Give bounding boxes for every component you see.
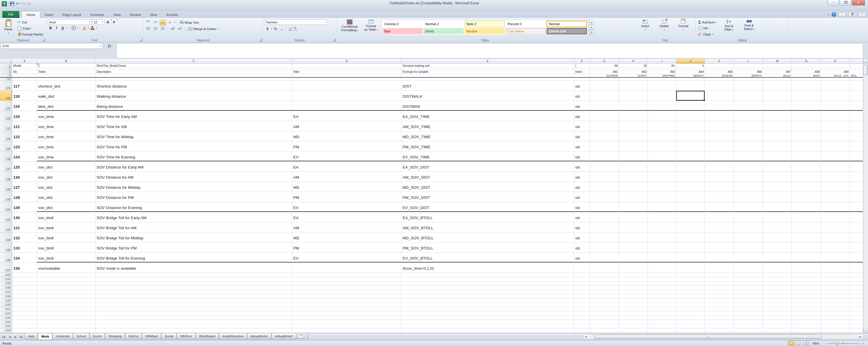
name-box[interactable]: J130▾ [1, 43, 103, 49]
cell-E146[interactable]: EV_SOV_BTOLL [401, 253, 574, 263]
style-normal[interactable]: Normal [547, 21, 587, 27]
cell-B1235[interactable] [37, 282, 95, 286]
cell-N147[interactable] [792, 263, 821, 273]
cell-M136[interactable] [763, 152, 792, 162]
cell-M1246[interactable] [763, 328, 792, 333]
cell-K12[interactable] [705, 78, 734, 81]
column-header-K[interactable]: K [705, 59, 734, 64]
row-header-1233[interactable]: 1233 [0, 273, 12, 277]
cell-L145[interactable] [734, 243, 763, 253]
cell-P1243[interactable] [850, 316, 863, 320]
cell-G1245[interactable] [590, 324, 619, 329]
sheet-tab-OthMaint[interactable]: OthMaint [142, 333, 161, 339]
cell-M133[interactable] [763, 121, 792, 131]
cell-M137[interactable] [763, 162, 792, 172]
cell-C1236[interactable] [95, 286, 292, 290]
cell-H1238[interactable] [619, 294, 648, 298]
cell-N142[interactable] [792, 212, 821, 222]
cell-F1239[interactable] [574, 298, 590, 303]
cell-I132[interactable] [648, 111, 676, 121]
cell-I1235[interactable] [648, 282, 676, 286]
cell-C1240[interactable] [95, 303, 292, 307]
cell-B1239[interactable] [37, 298, 95, 303]
cell-J142[interactable] [676, 212, 705, 222]
cell-K1235[interactable] [705, 282, 734, 286]
cell-E1243[interactable] [401, 316, 574, 320]
cell-K1238[interactable] [705, 294, 734, 298]
cell-H1236[interactable] [619, 286, 648, 290]
cell-E138[interactable]: AM_SOV_DIST [401, 172, 574, 182]
cell-P1234[interactable] [850, 277, 863, 282]
cell-C1[interactable]: WorkTrip_ModeChoice [95, 64, 292, 68]
cell-A144[interactable]: 132 [12, 232, 37, 243]
cell-J137[interactable] [676, 162, 705, 172]
sheet-tab-modelStructure[interactable]: modelStructure [219, 333, 247, 339]
cell-B1246[interactable] [37, 328, 95, 333]
cell-I131[interactable] [648, 101, 676, 111]
vertical-scrollbar[interactable]: ▲ ▼ [863, 59, 868, 333]
cell-P137[interactable] [850, 162, 863, 172]
orientation-button[interactable]: ab [167, 20, 173, 26]
cell-F1240[interactable] [574, 303, 590, 307]
row-header-4[interactable]: 4 [0, 74, 12, 77]
tab-file[interactable]: File [2, 11, 20, 18]
cell-A1243[interactable] [12, 316, 37, 320]
cell-K139[interactable] [705, 182, 734, 192]
cell-A1240[interactable] [12, 303, 37, 307]
cell-P145[interactable] [850, 243, 863, 253]
cut-button[interactable]: ✂Cut [17, 19, 44, 25]
row-header-1244[interactable]: 1244 [0, 320, 12, 324]
cell-E1245[interactable] [401, 324, 574, 329]
cell-K144[interactable] [705, 232, 734, 243]
style-good[interactable]: Good [424, 28, 464, 34]
cell-K1243[interactable] [705, 316, 734, 320]
style-note-2[interactable]: Note 2 [465, 21, 505, 27]
tab-data[interactable]: Data [109, 11, 125, 18]
cell-E1234[interactable] [401, 277, 574, 282]
cell-D144[interactable]: MD [292, 232, 401, 243]
cell-N1234[interactable] [792, 277, 821, 282]
cell-D12[interactable] [292, 78, 401, 81]
cell-K137[interactable] [705, 162, 734, 172]
cell-N1235[interactable] [792, 282, 821, 286]
prev-sheet-icon[interactable]: ◀ [7, 334, 12, 339]
tab-insert[interactable]: Insert [40, 11, 58, 18]
cell-G1244[interactable] [590, 320, 619, 324]
cell-M1244[interactable] [763, 320, 792, 324]
first-sheet-icon[interactable]: ◀ [1, 334, 7, 339]
format-painter-button[interactable]: Format Painter [17, 31, 44, 37]
cell-M1245[interactable] [763, 324, 792, 329]
row-header-138[interactable]: 138 [0, 172, 12, 182]
cell-H134[interactable] [619, 131, 648, 141]
cell-M143[interactable] [763, 222, 792, 232]
cell-O1238[interactable] [821, 294, 850, 298]
cell-G145[interactable] [590, 243, 619, 253]
cell-K1244[interactable] [705, 320, 734, 324]
cell-P138[interactable] [850, 172, 863, 182]
sheet-tab-EatOut[interactable]: EatOut [125, 333, 142, 339]
cell-C144[interactable]: SOV Bridge Toll for Midday [95, 232, 292, 243]
cell-L129[interactable] [734, 81, 763, 91]
cell-J130[interactable] [676, 91, 705, 101]
cell-B141[interactable]: sov_dist [37, 202, 95, 212]
cell-L1239[interactable] [734, 298, 763, 303]
cell-H140[interactable] [619, 192, 648, 202]
cell-N137[interactable] [792, 162, 821, 172]
cell-D1245[interactable] [292, 324, 401, 329]
cell-D147[interactable] [292, 263, 401, 273]
cell-H137[interactable] [619, 162, 648, 172]
cell-P12[interactable] [850, 78, 863, 81]
cell-N133[interactable] [792, 121, 821, 131]
cell-F147[interactable] [574, 263, 590, 273]
cell-E132[interactable]: EA_SOV_TIME [401, 111, 574, 121]
cell-C1243[interactable] [95, 316, 292, 320]
cell-I1243[interactable] [648, 316, 676, 320]
cell-E1240[interactable] [401, 303, 574, 307]
cell-F137[interactable]: od [574, 162, 590, 172]
cell-O132[interactable] [821, 111, 850, 121]
tab-acrobat[interactable]: Acrobat [162, 11, 183, 18]
cell-K135[interactable] [705, 141, 734, 152]
row-header-1240[interactable]: 1240 [0, 303, 12, 307]
sheet-tab-Escort[interactable]: Escort [90, 333, 105, 339]
cell-E130[interactable]: DISTWALK [401, 91, 574, 101]
